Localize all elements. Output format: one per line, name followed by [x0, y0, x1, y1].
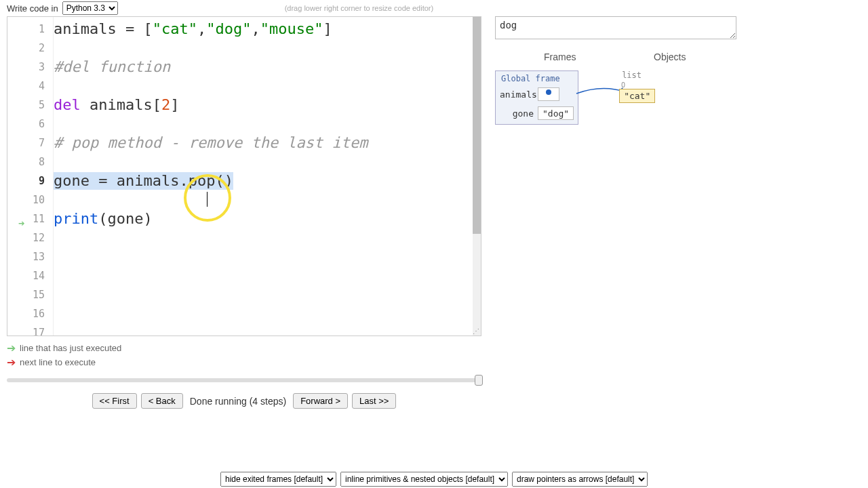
code-line[interactable]: gone = animals.pop() [54, 171, 481, 190]
code-line[interactable] [54, 228, 481, 247]
code-line[interactable] [54, 152, 481, 171]
var-gone-label: gone [500, 108, 538, 119]
line-number: 11➔ [7, 209, 53, 228]
global-frame-title: Global frame [496, 71, 578, 86]
legend: ➔line that has just executed ➔next line … [7, 342, 481, 369]
code-line[interactable] [54, 266, 481, 285]
resize-hint: (drag lower right corner to resize code … [285, 4, 433, 12]
last-button[interactable]: Last >> [352, 393, 396, 409]
run-status: Done running (4 steps) [187, 396, 289, 407]
list-index-0: 0 [619, 81, 655, 89]
var-animals-ref [538, 87, 559, 101]
code-line[interactable] [54, 115, 481, 134]
code-line[interactable]: animals = ["cat","dog","mouse"] [54, 20, 481, 39]
line-number: 13 [7, 247, 53, 266]
var-gone-value: "dog" [538, 106, 574, 120]
code-area[interactable]: animals = ["cat","dog","mouse"]#del func… [54, 17, 481, 336]
global-frame: Global frame animals gone "dog" [495, 70, 578, 125]
first-button[interactable]: << First [92, 393, 137, 409]
code-line[interactable] [54, 39, 481, 58]
line-gutter: 1234567891011➔121314151617 [7, 17, 54, 336]
program-output[interactable]: dog [495, 16, 736, 39]
line-number: 4 [7, 77, 53, 96]
language-select[interactable]: Python 3.3 [62, 1, 118, 15]
list-type-label: list [622, 70, 655, 80]
frames-header: Frames [544, 52, 625, 62]
var-animals-label: animals [500, 89, 538, 100]
text-cursor [207, 192, 208, 207]
line-number: 6 [7, 115, 53, 134]
line-number: 3 [7, 58, 53, 77]
list-object: 0 "cat" [619, 81, 655, 103]
arrow-just-executed-icon: ➔ [7, 342, 16, 354]
code-line[interactable] [54, 77, 481, 96]
slider-thumb[interactable] [475, 375, 483, 386]
line-number: 17 [7, 323, 53, 336]
line-number: 2 [7, 39, 53, 58]
pointer-dot-icon [546, 89, 551, 95]
line-number: 12 [7, 228, 53, 247]
line-number: 16 [7, 304, 53, 323]
line-number: 7 [7, 134, 53, 152]
line-number: 15 [7, 285, 53, 304]
code-line[interactable]: #del function [54, 58, 481, 77]
code-line[interactable] [54, 190, 481, 209]
line-number: 5 [7, 96, 53, 115]
step-slider[interactable] [7, 378, 479, 382]
line-number: 8 [7, 152, 53, 171]
line-number: 1 [7, 20, 53, 39]
code-line[interactable]: print(gone) [54, 209, 481, 228]
code-editor[interactable]: 1234567891011➔121314151617 animals = ["c… [7, 16, 481, 336]
code-line[interactable]: del animals[2] [54, 96, 481, 115]
list-cell-0: "cat" [619, 89, 655, 103]
arrow-next-line-icon: ➔ [7, 356, 16, 369]
objects-header: Objects [654, 52, 686, 62]
forward-button[interactable]: Forward > [293, 393, 348, 409]
line-number: 9 [7, 171, 53, 190]
code-line[interactable] [54, 247, 481, 266]
legend-next-line: next line to execute [20, 357, 96, 367]
back-button[interactable]: < Back [141, 393, 183, 409]
line-number: 14 [7, 266, 53, 285]
code-line[interactable] [54, 304, 481, 323]
legend-just-executed: line that has just executed [20, 343, 121, 353]
code-line[interactable] [54, 323, 481, 336]
code-line[interactable] [54, 285, 481, 304]
code-line[interactable]: # pop method - remove the last item [54, 134, 481, 152]
objects-area: list 0 "cat" [619, 70, 655, 125]
line-number: 10 [7, 190, 53, 209]
write-code-label: Write code in [7, 3, 58, 14]
